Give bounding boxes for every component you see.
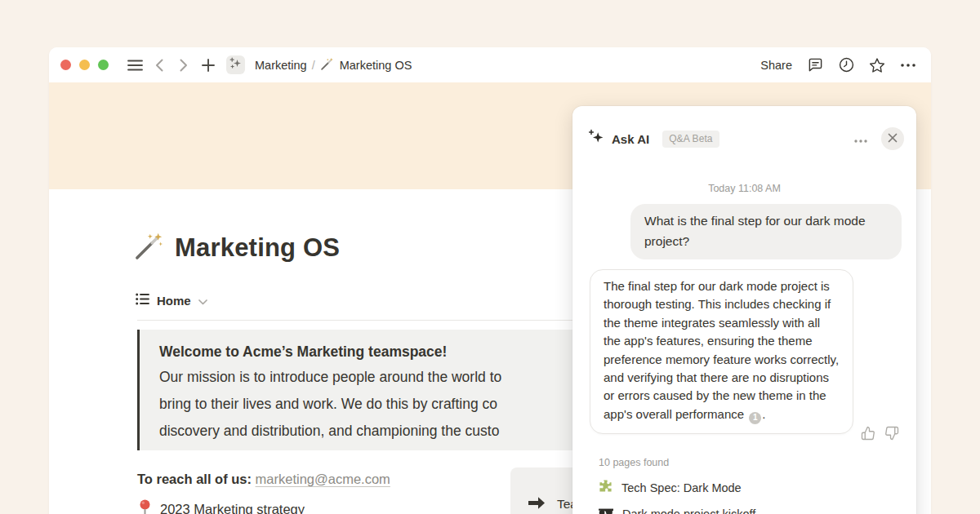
sparkle-icon [588, 129, 604, 148]
round-pushpin-icon [139, 499, 151, 514]
thumbs-up-button[interactable] [861, 426, 875, 441]
chat-timestamp: Today 11:08 AM [572, 183, 916, 194]
forward-button[interactable] [174, 55, 194, 75]
answer-period: . [762, 407, 765, 421]
view-tab-home[interactable]: Home [136, 293, 207, 308]
magic-wand-icon [320, 57, 334, 73]
new-page-button[interactable] [198, 55, 218, 75]
more-options-button[interactable] [898, 55, 918, 75]
ask-ai-title: Ask AI [612, 132, 649, 146]
comments-button[interactable] [805, 55, 825, 75]
ai-answer-text: The final step for our dark mode project… [604, 279, 839, 421]
arrow-right-icon [527, 495, 546, 514]
chevron-left-icon [155, 59, 163, 72]
history-button[interactable] [836, 55, 856, 75]
zoom-window-button[interactable] [98, 60, 109, 70]
breadcrumb-separator: / [312, 59, 315, 72]
close-window-button[interactable] [60, 60, 71, 70]
page-title[interactable]: Marketing OS [175, 233, 340, 263]
ask-ai-panel: Ask AI Q&A Beta Today 11:08 AM What is t… [572, 106, 916, 514]
citation-chip[interactable]: 1 [749, 412, 761, 424]
breadcrumb-section[interactable]: Marketing [252, 57, 310, 73]
contact-label: To reach all of us: [137, 472, 252, 486]
breadcrumb: Marketing / Marketing OS [252, 55, 415, 75]
feedback-buttons [861, 426, 899, 441]
contact-line: To reach all of us: marketing@acme.com [137, 472, 390, 487]
source-page-label: Tech Spec: Dark Mode [621, 481, 742, 494]
minimize-window-button[interactable] [79, 60, 90, 70]
window-toolbar: Marketing / Marketing OS Share [49, 47, 931, 82]
panel-more-button[interactable] [851, 128, 871, 149]
toolbar-actions: Share [754, 55, 918, 75]
pinned-page-link[interactable]: 2023 Marketing strategy [139, 499, 305, 514]
sources-count: 10 pages found [599, 457, 900, 468]
app-window: Marketing / Marketing OS Share [49, 47, 931, 514]
contact-email-link[interactable]: marketing@acme.com [256, 472, 390, 486]
sidebar-menu-button[interactable] [125, 55, 145, 75]
user-question-bubble: What is the final step for our dark mode… [630, 204, 902, 259]
source-page-link[interactable]: Dark mode project kickoff [599, 507, 900, 514]
list-view-icon [136, 293, 149, 308]
page-title-row: Marketing OS [134, 232, 340, 264]
breadcrumb-page-label: Marketing OS [340, 59, 412, 72]
chevron-down-icon [198, 294, 207, 308]
puzzle-piece-icon [599, 479, 612, 496]
ai-sparkle-icon [229, 57, 242, 73]
ellipsis-icon [901, 64, 915, 67]
chevron-right-icon [180, 59, 188, 72]
comment-icon [808, 57, 823, 73]
view-tab-label: Home [157, 294, 191, 308]
hamburger-icon [127, 60, 143, 71]
ellipsis-icon [854, 131, 867, 146]
qa-beta-badge: Q&A Beta [662, 131, 719, 148]
dark-sunglasses-icon [599, 507, 613, 514]
source-page-link[interactable]: Tech Spec: Dark Mode [599, 479, 900, 496]
traffic-lights [60, 60, 109, 70]
notion-ai-button[interactable] [226, 55, 245, 74]
back-button[interactable] [149, 55, 169, 75]
plus-icon [202, 59, 215, 72]
ai-answer-card: The final step for our dark mode project… [590, 269, 853, 434]
breadcrumb-page[interactable]: Marketing OS [317, 55, 416, 75]
close-icon [888, 131, 898, 146]
panel-close-button[interactable] [881, 127, 904, 150]
ask-ai-header: Ask AI Q&A Beta [588, 126, 904, 151]
pinned-page-label: 2023 Marketing strategy [160, 502, 305, 514]
share-button[interactable]: Share [754, 55, 799, 75]
clock-icon [839, 57, 854, 73]
thumbs-down-button[interactable] [884, 426, 899, 441]
star-icon [869, 57, 885, 73]
favorite-button[interactable] [867, 55, 887, 75]
source-page-label: Dark mode project kickoff [622, 507, 755, 514]
sources-section: 10 pages found Tech Spec: Dark Mode Dark… [599, 457, 900, 514]
magic-wand-page-icon[interactable] [134, 232, 163, 264]
